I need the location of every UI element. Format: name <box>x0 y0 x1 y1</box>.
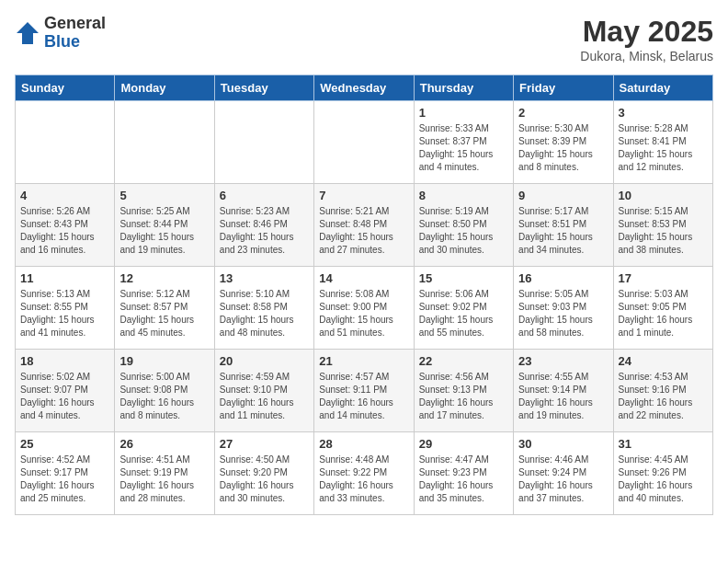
day-number: 21 <box>319 354 408 368</box>
day-number: 26 <box>119 437 209 451</box>
day-number: 12 <box>119 271 209 285</box>
day-info: Sunrise: 5:05 AM Sunset: 9:03 PM Dayligh… <box>518 288 608 339</box>
day-number: 28 <box>319 437 408 451</box>
calendar-week-5: 25Sunrise: 4:52 AM Sunset: 9:17 PM Dayli… <box>16 432 713 515</box>
day-number: 4 <box>20 189 109 202</box>
title-block: May 2025 Dukora, Minsk, Belarus <box>580 15 713 63</box>
calendar-cell: 14Sunrise: 5:08 AM Sunset: 9:00 PM Dayli… <box>314 267 414 350</box>
calendar-cell: 11Sunrise: 5:13 AM Sunset: 8:55 PM Dayli… <box>16 267 115 350</box>
calendar-cell: 5Sunrise: 5:25 AM Sunset: 8:44 PM Daylig… <box>115 184 214 267</box>
calendar-cell <box>115 101 214 184</box>
day-info: Sunrise: 5:03 AM Sunset: 9:05 PM Dayligh… <box>619 288 708 339</box>
header-day-wednesday: Wednesday <box>314 75 414 101</box>
day-number: 5 <box>119 189 209 202</box>
day-info: Sunrise: 4:46 AM Sunset: 9:24 PM Dayligh… <box>518 454 608 505</box>
calendar-cell: 23Sunrise: 4:55 AM Sunset: 9:14 PM Dayli… <box>514 350 613 432</box>
day-number: 6 <box>220 189 309 202</box>
day-info: Sunrise: 4:55 AM Sunset: 9:14 PM Dayligh… <box>518 371 608 422</box>
month-title: May 2025 <box>580 15 713 49</box>
header-day-friday: Friday <box>514 75 613 101</box>
calendar-cell: 16Sunrise: 5:05 AM Sunset: 9:03 PM Dayli… <box>514 267 613 350</box>
day-number: 1 <box>419 106 508 120</box>
calendar-cell: 29Sunrise: 4:47 AM Sunset: 9:23 PM Dayli… <box>414 432 513 515</box>
day-info: Sunrise: 5:26 AM Sunset: 8:43 PM Dayligh… <box>20 205 109 257</box>
day-info: Sunrise: 5:15 AM Sunset: 8:53 PM Dayligh… <box>619 205 708 257</box>
calendar-week-2: 4Sunrise: 5:26 AM Sunset: 8:43 PM Daylig… <box>16 184 713 267</box>
day-info: Sunrise: 4:59 AM Sunset: 9:10 PM Dayligh… <box>220 371 309 422</box>
calendar-cell: 7Sunrise: 5:21 AM Sunset: 8:48 PM Daylig… <box>314 184 414 267</box>
calendar-week-4: 18Sunrise: 5:02 AM Sunset: 9:07 PM Dayli… <box>16 350 713 432</box>
calendar-cell: 27Sunrise: 4:50 AM Sunset: 9:20 PM Dayli… <box>214 432 313 515</box>
calendar-cell: 8Sunrise: 5:19 AM Sunset: 8:50 PM Daylig… <box>414 184 513 267</box>
calendar-cell: 13Sunrise: 5:10 AM Sunset: 8:58 PM Dayli… <box>214 267 313 350</box>
day-number: 9 <box>518 189 608 202</box>
calendar-cell: 21Sunrise: 4:57 AM Sunset: 9:11 PM Dayli… <box>314 350 414 432</box>
day-info: Sunrise: 5:17 AM Sunset: 8:51 PM Dayligh… <box>518 205 608 257</box>
logo-text: General Blue <box>44 15 106 52</box>
calendar-table: SundayMondayTuesdayWednesdayThursdayFrid… <box>15 75 713 515</box>
logo: General Blue <box>15 15 106 52</box>
day-number: 23 <box>518 354 608 368</box>
day-number: 7 <box>319 189 408 202</box>
calendar-cell: 1Sunrise: 5:33 AM Sunset: 8:37 PM Daylig… <box>414 101 513 184</box>
calendar-week-3: 11Sunrise: 5:13 AM Sunset: 8:55 PM Dayli… <box>16 267 713 350</box>
day-info: Sunrise: 4:52 AM Sunset: 9:17 PM Dayligh… <box>20 454 109 505</box>
day-number: 13 <box>220 271 309 285</box>
day-info: Sunrise: 4:47 AM Sunset: 9:23 PM Dayligh… <box>419 454 508 505</box>
day-number: 22 <box>419 354 508 368</box>
day-info: Sunrise: 5:10 AM Sunset: 8:58 PM Dayligh… <box>220 288 309 339</box>
calendar-cell: 20Sunrise: 4:59 AM Sunset: 9:10 PM Dayli… <box>214 350 313 432</box>
day-info: Sunrise: 5:12 AM Sunset: 8:57 PM Dayligh… <box>119 288 209 339</box>
day-info: Sunrise: 5:13 AM Sunset: 8:55 PM Dayligh… <box>20 288 109 339</box>
day-info: Sunrise: 5:28 AM Sunset: 8:41 PM Dayligh… <box>619 122 708 174</box>
calendar-cell: 28Sunrise: 4:48 AM Sunset: 9:22 PM Dayli… <box>314 432 414 515</box>
header-day-saturday: Saturday <box>613 75 712 101</box>
calendar-header: SundayMondayTuesdayWednesdayThursdayFrid… <box>16 75 713 101</box>
day-info: Sunrise: 4:45 AM Sunset: 9:26 PM Dayligh… <box>619 454 708 505</box>
day-number: 2 <box>518 106 608 120</box>
day-info: Sunrise: 5:00 AM Sunset: 9:08 PM Dayligh… <box>119 371 209 422</box>
calendar-cell: 30Sunrise: 4:46 AM Sunset: 9:24 PM Dayli… <box>514 432 613 515</box>
day-number: 24 <box>619 354 708 368</box>
header-row: SundayMondayTuesdayWednesdayThursdayFrid… <box>16 75 713 101</box>
calendar-cell: 9Sunrise: 5:17 AM Sunset: 8:51 PM Daylig… <box>514 184 613 267</box>
day-number: 8 <box>419 189 508 202</box>
day-number: 18 <box>20 354 109 368</box>
day-number: 15 <box>419 271 508 285</box>
calendar-cell: 24Sunrise: 4:53 AM Sunset: 9:16 PM Dayli… <box>613 350 712 432</box>
location: Dukora, Minsk, Belarus <box>580 49 713 63</box>
calendar-cell: 25Sunrise: 4:52 AM Sunset: 9:17 PM Dayli… <box>16 432 115 515</box>
day-number: 3 <box>619 106 708 120</box>
day-number: 17 <box>619 271 708 285</box>
day-info: Sunrise: 5:23 AM Sunset: 8:46 PM Dayligh… <box>220 205 309 257</box>
calendar-cell: 18Sunrise: 5:02 AM Sunset: 9:07 PM Dayli… <box>16 350 115 432</box>
day-number: 11 <box>20 271 109 285</box>
day-number: 19 <box>119 354 209 368</box>
calendar-cell: 22Sunrise: 4:56 AM Sunset: 9:13 PM Dayli… <box>414 350 513 432</box>
calendar-cell: 6Sunrise: 5:23 AM Sunset: 8:46 PM Daylig… <box>214 184 313 267</box>
day-info: Sunrise: 4:57 AM Sunset: 9:11 PM Dayligh… <box>319 371 408 422</box>
day-info: Sunrise: 5:33 AM Sunset: 8:37 PM Dayligh… <box>419 122 508 174</box>
header-day-monday: Monday <box>115 75 214 101</box>
logo-general: General <box>44 15 106 33</box>
calendar-cell: 17Sunrise: 5:03 AM Sunset: 9:05 PM Dayli… <box>613 267 712 350</box>
day-info: Sunrise: 5:25 AM Sunset: 8:44 PM Dayligh… <box>119 205 209 257</box>
calendar-cell: 3Sunrise: 5:28 AM Sunset: 8:41 PM Daylig… <box>613 101 712 184</box>
day-info: Sunrise: 4:56 AM Sunset: 9:13 PM Dayligh… <box>419 371 508 422</box>
calendar-cell: 31Sunrise: 4:45 AM Sunset: 9:26 PM Dayli… <box>613 432 712 515</box>
logo-blue: Blue <box>44 33 106 52</box>
day-info: Sunrise: 4:48 AM Sunset: 9:22 PM Dayligh… <box>319 454 408 505</box>
day-info: Sunrise: 5:21 AM Sunset: 8:48 PM Dayligh… <box>319 205 408 257</box>
svg-marker-0 <box>17 22 39 44</box>
day-number: 14 <box>319 271 408 285</box>
day-number: 25 <box>20 437 109 451</box>
day-number: 20 <box>220 354 309 368</box>
calendar-cell <box>214 101 313 184</box>
calendar-cell: 2Sunrise: 5:30 AM Sunset: 8:39 PM Daylig… <box>514 101 613 184</box>
calendar-cell: 19Sunrise: 5:00 AM Sunset: 9:08 PM Dayli… <box>115 350 214 432</box>
page-header: General Blue May 2025 Dukora, Minsk, Bel… <box>15 15 713 63</box>
day-info: Sunrise: 5:06 AM Sunset: 9:02 PM Dayligh… <box>419 288 508 339</box>
day-number: 27 <box>220 437 309 451</box>
day-info: Sunrise: 4:53 AM Sunset: 9:16 PM Dayligh… <box>619 371 708 422</box>
day-info: Sunrise: 5:30 AM Sunset: 8:39 PM Dayligh… <box>518 122 608 174</box>
